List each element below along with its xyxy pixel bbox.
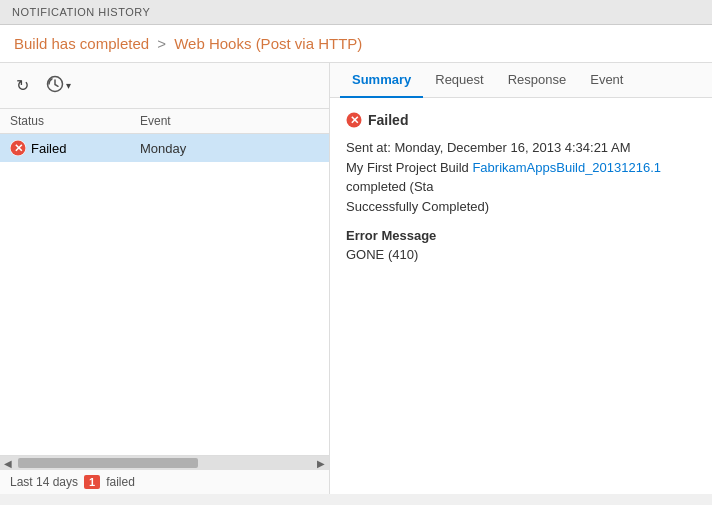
history-icon — [46, 75, 64, 96]
status-footer: Last 14 days 1 failed — [0, 470, 329, 494]
event-value: Monday — [140, 141, 186, 156]
summary-build-link[interactable]: FabrikamAppsBuild_20131216.1 — [472, 160, 661, 175]
col-status-header: Status — [10, 114, 140, 128]
scrollbar-track[interactable]: ◀ ▶ — [0, 456, 329, 470]
tab-response[interactable]: Response — [496, 63, 579, 98]
failed-icon-svg: ✕ — [10, 140, 26, 156]
breadcrumb-part1: Build has completed — [14, 35, 149, 52]
main-content: ↻ ▾ Status Event — [0, 63, 712, 494]
clock-history-icon — [46, 75, 64, 93]
summary-build-line: My First Project Build FabrikamAppsBuild… — [346, 158, 696, 197]
breadcrumb-separator: > — [157, 35, 170, 52]
period-label: Last 14 days — [10, 475, 78, 489]
tabs-bar: Summary Request Response Event — [330, 63, 712, 98]
right-panel: Summary Request Response Event ✕ Failed … — [330, 63, 712, 494]
table-row[interactable]: ✕ Failed Monday — [0, 134, 329, 162]
scroll-left-arrow[interactable]: ◀ — [4, 458, 12, 469]
tab-request[interactable]: Request — [423, 63, 495, 98]
tab-event[interactable]: Event — [578, 63, 635, 98]
table-body: ✕ Failed Monday — [0, 134, 329, 455]
dropdown-caret-icon: ▾ — [66, 80, 71, 91]
left-footer: ◀ ▶ Last 14 days 1 failed — [0, 455, 329, 494]
summary-body: Sent at: Monday, December 16, 2013 4:34:… — [346, 138, 696, 216]
scrollbar-thumb[interactable] — [18, 458, 198, 468]
breadcrumb-part2: Web Hooks (Post via HTTP) — [174, 35, 362, 52]
summary-body-suffix: completed (Sta — [346, 179, 433, 194]
summary-build-line2: Successfully Completed) — [346, 197, 696, 217]
summary-error-icon: ✕ — [346, 112, 362, 128]
error-message-title: Error Message — [346, 228, 696, 243]
left-toolbar: ↻ ▾ — [0, 63, 329, 109]
summary-failed-icon-svg: ✕ — [346, 111, 362, 129]
error-code-value: GONE (410) — [346, 247, 696, 262]
refresh-button[interactable]: ↻ — [10, 72, 35, 99]
tab-summary[interactable]: Summary — [340, 63, 423, 98]
col-event-header: Event — [140, 114, 319, 128]
top-bar: NOTIFICATION HISTORY — [0, 0, 712, 25]
summary-sent-at: Sent at: Monday, December 16, 2013 4:34:… — [346, 138, 696, 158]
left-panel: ↻ ▾ Status Event — [0, 63, 330, 494]
summary-status-label: Failed — [368, 112, 408, 128]
error-message-section: Error Message GONE (410) — [346, 228, 696, 262]
error-status-icon: ✕ — [10, 140, 26, 156]
top-bar-title: NOTIFICATION HISTORY — [12, 6, 150, 18]
tab-content-summary: ✕ Failed Sent at: Monday, December 16, 2… — [330, 98, 712, 494]
svg-text:✕: ✕ — [350, 114, 359, 126]
svg-text:✕: ✕ — [14, 142, 23, 154]
breadcrumb: Build has completed > Web Hooks (Post vi… — [0, 25, 712, 63]
status-value: Failed — [31, 141, 66, 156]
scroll-right-arrow[interactable]: ▶ — [317, 458, 325, 469]
event-cell: Monday — [140, 141, 319, 156]
refresh-icon: ↻ — [16, 76, 29, 95]
failed-count-badge: 1 — [84, 475, 100, 489]
status-cell: ✕ Failed — [10, 140, 140, 156]
failed-text: failed — [106, 475, 135, 489]
summary-body-prefix: My First Project Build — [346, 160, 472, 175]
summary-status: ✕ Failed — [346, 112, 696, 128]
history-dropdown[interactable]: ▾ — [41, 71, 76, 100]
table-header: Status Event — [0, 109, 329, 134]
